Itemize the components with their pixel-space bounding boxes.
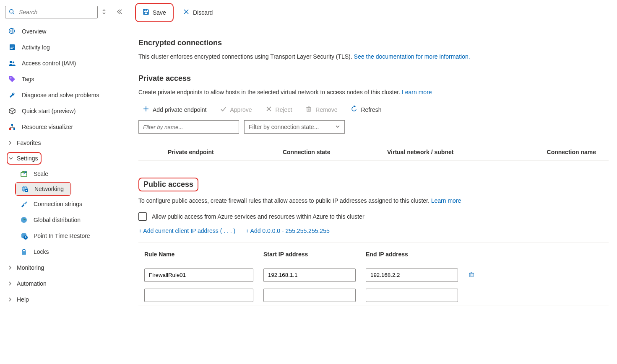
firewall-table-header: Rule Name Start IP address End IP addres…	[138, 243, 609, 265]
content: Encrypted connections This cluster enfor…	[130, 25, 617, 322]
private-text-body: Create private endpoints to allow hosts …	[138, 89, 402, 96]
nav-locks[interactable]: Locks	[0, 244, 130, 260]
nav-tags[interactable]: Tags	[0, 71, 130, 87]
nav-overview[interactable]: Overview	[0, 23, 130, 39]
filter-name-input[interactable]	[138, 120, 239, 134]
nav-scale[interactable]: Scale	[0, 166, 130, 182]
svg-point-8	[13, 62, 14, 63]
svg-rect-5	[10, 47, 14, 47]
nav-label: Quick start (preview)	[22, 108, 122, 114]
add-private-endpoint-button[interactable]: Add private endpoint	[138, 104, 211, 115]
nav-activity-log[interactable]: Activity log	[0, 39, 130, 55]
reject-button: Reject	[261, 104, 297, 115]
end-ip-input[interactable]	[366, 289, 458, 302]
public-access-text: To configure public access, create firew…	[138, 197, 609, 204]
plus-icon	[143, 106, 149, 114]
ip-links: + Add current client IP address ( . . . …	[138, 227, 609, 234]
nav-diagnose[interactable]: Diagnose and solve problems	[0, 87, 130, 103]
add-current-ip-link[interactable]: + Add current client IP address ( . . . …	[138, 227, 235, 234]
nav-label: Monitoring	[17, 264, 44, 271]
add-ip-range-link[interactable]: + Add 0.0.0.0 - 255.255.255.255	[245, 227, 329, 234]
nav-automation[interactable]: Automation	[0, 276, 130, 292]
save-icon	[143, 8, 149, 16]
nav-resource-visualizer[interactable]: Resource visualizer	[0, 119, 130, 135]
approve-button: Approve	[216, 104, 256, 115]
search-input[interactable]	[18, 8, 94, 16]
encrypted-text: This cluster enforces encrypted connecti…	[138, 53, 609, 60]
rule-name-input[interactable]	[144, 289, 253, 302]
svg-rect-12	[13, 128, 15, 130]
svg-line-24	[184, 10, 188, 14]
filter-state-label: Filter by connection state...	[249, 124, 319, 130]
public-learn-more-link[interactable]: Learn more	[431, 197, 461, 204]
nav-favorites[interactable]: Favorites	[0, 135, 130, 151]
nav-access-control[interactable]: Access control (IAM)	[0, 55, 130, 71]
nav-networking[interactable]: Networking	[16, 183, 70, 195]
chevron-down-icon[interactable]	[8, 156, 13, 161]
nav-label: Scale	[34, 170, 122, 177]
col-start-ip: Start IP address	[263, 251, 356, 258]
nav-global-distribution[interactable]: Global distribution	[0, 212, 130, 228]
sidebar: Overview Activity log Access control (IA…	[0, 0, 130, 364]
chevron-down-icon	[335, 124, 340, 130]
private-access-title: Private access	[138, 74, 609, 83]
col-private-endpoint: Private endpoint	[138, 149, 283, 155]
chevron-right-icon	[8, 140, 13, 145]
nav-label: Automation	[17, 280, 47, 287]
firewall-rule-row	[138, 285, 609, 305]
delete-rule-button[interactable]	[468, 272, 475, 279]
rule-name-input[interactable]	[144, 268, 253, 282]
discard-button[interactable]: Discard	[178, 5, 218, 20]
start-ip-input[interactable]	[263, 268, 356, 282]
nav-label: Networking	[34, 186, 64, 192]
nav-label: Diagnose and solve problems	[22, 92, 122, 98]
svg-rect-13	[21, 173, 27, 176]
firewall-table: Rule Name Start IP address End IP addres…	[138, 243, 609, 305]
search-sort-icon[interactable]	[101, 8, 107, 16]
filter-state-select[interactable]: Filter by connection state...	[244, 120, 345, 134]
close-icon	[266, 106, 272, 114]
svg-point-19	[23, 235, 28, 240]
svg-rect-16	[26, 190, 27, 191]
allow-azure-checkbox[interactable]	[138, 212, 147, 221]
svg-rect-22	[144, 12, 148, 14]
nav-label: Favorites	[17, 139, 41, 146]
svg-rect-4	[10, 46, 14, 46]
encrypted-doc-link[interactable]: See the documentation for more informati…	[354, 53, 470, 60]
private-endpoint-toolbar: Add private endpoint Approve Reject Remo…	[138, 104, 609, 115]
filter-row: Filter by connection state...	[138, 120, 609, 134]
col-end-ip: End IP address	[366, 251, 458, 258]
highlight-settings: Settings	[7, 152, 42, 165]
end-ip-input[interactable]	[366, 268, 458, 282]
svg-point-18	[21, 233, 26, 235]
approve-label: Approve	[230, 106, 252, 113]
refresh-label: Refresh	[361, 106, 381, 113]
start-ip-input[interactable]	[263, 289, 356, 302]
highlight-networking: Networking	[15, 182, 71, 196]
svg-line-28	[267, 107, 271, 111]
nav-help[interactable]: Help	[0, 292, 130, 307]
reject-label: Reject	[276, 106, 292, 113]
save-label: Save	[153, 9, 166, 16]
nav-connection-strings[interactable]: Connection strings	[0, 196, 130, 212]
search-icon	[9, 9, 18, 16]
encrypted-text-body: This cluster enforces encrypted connecti…	[138, 53, 354, 60]
nav-pitr[interactable]: Point In Time Restore	[0, 228, 130, 244]
refresh-button[interactable]: Refresh	[346, 104, 385, 115]
collapse-sidebar-icon[interactable]	[115, 9, 125, 16]
remove-button: Remove	[301, 104, 341, 115]
private-learn-more-link[interactable]: Learn more	[402, 89, 432, 96]
save-button[interactable]: Save	[138, 5, 171, 20]
search-box[interactable]	[5, 6, 98, 18]
nav-monitoring[interactable]: Monitoring	[0, 260, 130, 276]
wrench-icon	[8, 91, 16, 99]
svg-rect-34	[470, 273, 473, 277]
people-icon	[8, 59, 16, 67]
svg-point-0	[10, 9, 13, 13]
nav-label-settings[interactable]: Settings	[17, 155, 38, 162]
nav-quick-start[interactable]: Quick start (preview)	[0, 103, 130, 119]
svg-rect-20	[22, 251, 26, 255]
svg-point-15	[25, 189, 28, 192]
lock-icon	[20, 248, 28, 256]
discard-label: Discard	[193, 9, 213, 16]
